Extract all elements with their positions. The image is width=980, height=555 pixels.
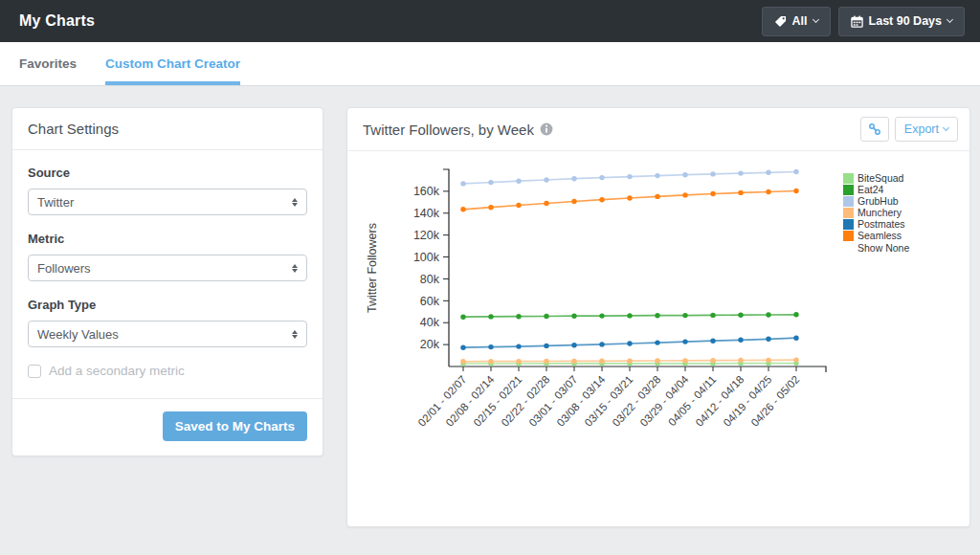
data-point-GrubHub[interactable] — [710, 171, 715, 176]
data-point-Eat24[interactable] — [738, 313, 743, 318]
data-point-Seamless[interactable] — [599, 197, 604, 202]
legend-show-none[interactable]: Show None — [843, 242, 909, 254]
data-point-Eat24[interactable] — [571, 314, 576, 319]
data-point-GrubHub[interactable] — [599, 175, 604, 180]
data-point-Munchery[interactable] — [488, 359, 493, 364]
data-point-Eat24[interactable] — [682, 313, 687, 318]
data-point-Seamless[interactable] — [460, 207, 465, 211]
legend-item-GrubHub[interactable]: GrubHub — [843, 195, 909, 207]
data-point-Seamless[interactable] — [627, 195, 632, 200]
legend-item-Seamless[interactable]: Seamless — [843, 230, 909, 241]
data-point-Eat24[interactable] — [710, 313, 715, 318]
share-link-button[interactable] — [860, 117, 889, 142]
data-point-Munchery[interactable] — [766, 358, 770, 363]
data-point-Postmates[interactable] — [655, 340, 659, 344]
data-point-Eat24[interactable] — [599, 313, 604, 318]
secondary-metric-row: Add a secondary metric — [28, 364, 307, 378]
data-point-Postmates[interactable] — [793, 336, 798, 341]
data-point-Postmates[interactable] — [544, 344, 548, 348]
graph-type-select[interactable]: Weekly Values — [28, 321, 307, 347]
data-point-GrubHub[interactable] — [766, 170, 770, 175]
data-point-Eat24[interactable] — [766, 312, 770, 317]
info-icon[interactable] — [540, 122, 553, 136]
data-point-Postmates[interactable] — [599, 342, 604, 346]
data-point-Munchery[interactable] — [710, 358, 715, 363]
data-point-Seamless[interactable] — [516, 203, 521, 208]
tab-custom-chart-creator[interactable]: Custom Chart Creator — [105, 42, 240, 85]
data-point-Seamless[interactable] — [682, 192, 687, 197]
data-point-GrubHub[interactable] — [793, 169, 798, 174]
data-point-Seamless[interactable] — [766, 189, 770, 194]
data-point-Eat24[interactable] — [460, 315, 465, 320]
data-point-GrubHub[interactable] — [516, 179, 521, 184]
data-point-GrubHub[interactable] — [544, 177, 548, 182]
save-to-my-charts-button[interactable]: Saved to My Charts — [163, 411, 307, 441]
legend-item-BiteSquad[interactable]: BiteSquad — [843, 172, 909, 184]
date-range-label: Last 90 Days — [869, 14, 942, 28]
data-point-Seamless[interactable] — [571, 199, 576, 204]
data-point-GrubHub[interactable] — [488, 180, 493, 185]
date-range-button[interactable]: Last 90 Days — [838, 7, 965, 36]
tag-filter-button[interactable]: All — [762, 7, 831, 36]
legend-item-Munchery[interactable]: Munchery — [843, 207, 909, 218]
metric-select[interactable]: Followers — [28, 255, 307, 281]
data-point-Eat24[interactable] — [488, 314, 493, 319]
calendar-icon — [851, 15, 863, 28]
select-arrows-icon — [292, 198, 298, 207]
data-point-Munchery[interactable] — [627, 359, 632, 364]
source-select[interactable]: Twitter — [28, 189, 307, 215]
data-point-Postmates[interactable] — [571, 343, 576, 347]
data-point-Postmates[interactable] — [460, 345, 465, 350]
data-point-Seamless[interactable] — [793, 189, 798, 193]
data-point-GrubHub[interactable] — [571, 176, 576, 181]
data-point-GrubHub[interactable] — [460, 181, 465, 186]
secondary-metric-checkbox[interactable] — [28, 365, 41, 378]
data-point-Seamless[interactable] — [655, 194, 659, 199]
data-point-Munchery[interactable] — [571, 359, 576, 364]
legend-label: Eat24 — [858, 184, 883, 195]
data-point-GrubHub[interactable] — [655, 173, 659, 178]
data-point-Seamless[interactable] — [738, 190, 743, 195]
data-point-Seamless[interactable] — [488, 205, 493, 210]
data-point-Postmates[interactable] — [516, 344, 521, 348]
data-point-Postmates[interactable] — [627, 341, 632, 345]
data-point-Munchery[interactable] — [793, 357, 798, 362]
data-point-Postmates[interactable] — [766, 337, 770, 342]
data-point-Munchery[interactable] — [599, 359, 604, 364]
settings-footer: Saved to My Charts — [12, 398, 323, 455]
data-point-Munchery[interactable] — [655, 358, 659, 363]
data-point-Munchery[interactable] — [516, 359, 521, 364]
graph-type-label: Graph Type — [28, 298, 307, 312]
y-tick-label: 20k — [420, 338, 440, 351]
tab-bar: Favorites Custom Chart Creator — [0, 42, 980, 86]
data-point-Eat24[interactable] — [655, 313, 659, 318]
data-point-Munchery[interactable] — [682, 358, 687, 363]
data-point-GrubHub[interactable] — [682, 172, 687, 177]
data-point-GrubHub[interactable] — [627, 174, 632, 179]
data-point-Eat24[interactable] — [516, 314, 521, 319]
tab-favorites[interactable]: Favorites — [19, 42, 77, 85]
chart-header: Twitter Followers, by Week Export — [347, 108, 969, 151]
export-button[interactable]: Export — [895, 117, 958, 142]
data-point-Postmates[interactable] — [738, 338, 743, 343]
topbar-actions: All Last 90 Days — [762, 7, 965, 36]
legend-label: Postmates — [858, 218, 905, 230]
data-point-Seamless[interactable] — [544, 201, 548, 206]
data-point-Postmates[interactable] — [710, 339, 715, 344]
data-point-Postmates[interactable] — [682, 339, 687, 344]
x-tick-label: 02/01 - 02/07 — [415, 373, 468, 429]
data-point-Munchery[interactable] — [460, 359, 465, 364]
data-point-Eat24[interactable] — [627, 313, 632, 318]
tag-filter-label: All — [792, 14, 808, 28]
y-tick-label: 100k — [413, 251, 440, 264]
data-point-GrubHub[interactable] — [738, 170, 743, 175]
legend-item-Eat24[interactable]: Eat24 — [843, 184, 909, 195]
data-point-Eat24[interactable] — [793, 312, 798, 317]
data-point-Eat24[interactable] — [544, 314, 548, 319]
data-point-Seamless[interactable] — [710, 191, 715, 196]
legend-item-Postmates[interactable]: Postmates — [843, 218, 909, 230]
data-point-Munchery[interactable] — [738, 358, 743, 363]
y-tick-label: 140k — [413, 207, 440, 220]
data-point-Postmates[interactable] — [488, 344, 493, 349]
data-point-Munchery[interactable] — [544, 359, 548, 364]
